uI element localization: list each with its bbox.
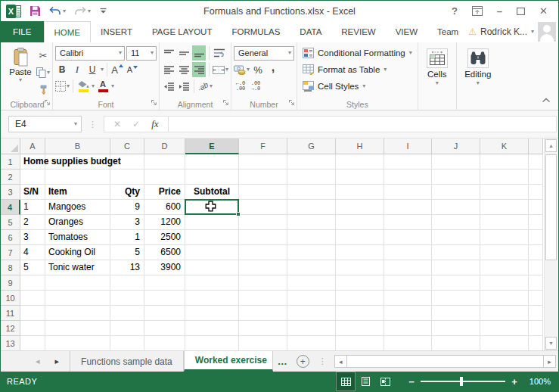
cell-D6[interactable]: 2500 — [144, 230, 185, 245]
cell-E6[interactable] — [185, 230, 239, 245]
tab-formulas[interactable]: FORMULAS — [222, 21, 290, 42]
font-size-caret[interactable]: ▾ — [151, 50, 154, 56]
format-as-table-caret[interactable]: ▾ — [384, 67, 387, 73]
cell-H6[interactable] — [336, 230, 384, 245]
font-color-button[interactable]: A — [96, 79, 110, 94]
cell-J5[interactable] — [432, 215, 480, 230]
cell-partial-10[interactable] — [529, 291, 543, 306]
row-header-2[interactable]: 2 — [1, 170, 20, 185]
merge-center-caret[interactable]: ▾ — [225, 67, 228, 73]
cell-G6[interactable] — [287, 230, 336, 245]
user-name[interactable]: Rodrick K... — [480, 26, 527, 37]
fill-color-caret[interactable]: ▾ — [92, 83, 95, 89]
maximize-button[interactable] — [517, 8, 525, 15]
fill-color-button[interactable] — [76, 79, 90, 94]
cell-D12[interactable] — [144, 321, 185, 336]
undo-button[interactable]: ▾ — [49, 6, 66, 16]
cell-partial-2[interactable] — [529, 170, 543, 185]
cell-F1[interactable] — [239, 154, 287, 170]
tab-data[interactable]: DATA — [290, 21, 331, 42]
cell-J7[interactable] — [432, 245, 480, 260]
align-right-button[interactable] — [192, 62, 206, 77]
ribbon-display-options-button[interactable] — [472, 6, 483, 16]
undo-caret[interactable]: ▾ — [63, 8, 66, 14]
cell-J12[interactable] — [432, 321, 480, 336]
account-area[interactable]: ⚠ Rodrick K... ▾ — [468, 21, 558, 42]
row-header-7[interactable]: 7 — [1, 245, 20, 260]
cell-styles-caret[interactable]: ▾ — [362, 83, 365, 89]
vertical-scroll-thumb[interactable] — [545, 154, 557, 260]
cell-K4[interactable] — [480, 200, 529, 215]
cell-G4[interactable] — [287, 200, 336, 215]
cell-K9[interactable] — [480, 275, 529, 291]
column-header-partial[interactable] — [529, 138, 543, 154]
cell-H4[interactable] — [336, 200, 384, 215]
cell-I9[interactable] — [384, 275, 432, 291]
cell-B5[interactable]: Oranges — [45, 215, 110, 230]
cell-F12[interactable] — [239, 321, 287, 336]
cell-E11[interactable] — [185, 306, 239, 321]
cell-C10[interactable] — [110, 291, 144, 306]
cell-A6[interactable]: 3 — [20, 230, 45, 245]
tab-home[interactable]: HOME — [44, 21, 92, 42]
paste-button[interactable]: Paste ▾ — [5, 45, 36, 95]
zoom-slider-thumb[interactable] — [460, 377, 463, 386]
cell-I11[interactable] — [384, 306, 432, 321]
font-name-caret[interactable]: ▾ — [119, 50, 122, 56]
font-color-caret[interactable]: ▾ — [111, 83, 114, 89]
enter-button[interactable]: ✓ — [132, 119, 140, 129]
cell-C7[interactable]: 5 — [110, 245, 144, 260]
redo-button[interactable]: ▾ — [74, 6, 91, 16]
merge-center-button[interactable]: ▾ — [213, 62, 228, 77]
cell-A13[interactable] — [20, 336, 45, 350]
increase-decimal-button[interactable]: ←.0.00 — [234, 79, 247, 94]
cell-C12[interactable] — [110, 321, 144, 336]
cell-E9[interactable] — [185, 275, 239, 291]
cell-F10[interactable] — [239, 291, 287, 306]
conditional-formatting-button[interactable]: Conditional Formatting ▾ — [300, 45, 415, 61]
cell-G1[interactable] — [287, 154, 336, 170]
accounting-caret[interactable]: ▾ — [247, 67, 250, 73]
cell-H12[interactable] — [336, 321, 384, 336]
align-top-button[interactable] — [162, 45, 175, 61]
cell-E5[interactable] — [185, 215, 239, 230]
cell-J6[interactable] — [432, 230, 480, 245]
page-break-preview-button[interactable] — [375, 372, 395, 391]
column-header-D[interactable]: D — [144, 138, 185, 154]
formula-input[interactable] — [169, 116, 557, 132]
tab-insert[interactable]: INSERT — [91, 21, 142, 42]
cell-B11[interactable] — [45, 306, 110, 321]
insert-function-button[interactable]: fx — [151, 118, 158, 130]
cell-A2[interactable] — [20, 170, 45, 185]
redo-caret[interactable]: ▾ — [88, 8, 91, 14]
cell-H8[interactable] — [336, 260, 384, 275]
cell-C13[interactable] — [110, 336, 144, 350]
cell-J2[interactable] — [432, 170, 480, 185]
cell-E4[interactable] — [185, 200, 239, 215]
cell-G12[interactable] — [287, 321, 336, 336]
row-header-1[interactable]: 1 — [1, 154, 20, 170]
cell-F4[interactable] — [239, 200, 287, 215]
align-center-button[interactable] — [177, 62, 191, 77]
cell-I12[interactable] — [384, 321, 432, 336]
cell-partial-4[interactable] — [529, 200, 543, 215]
font-dialog-launcher[interactable] — [151, 98, 157, 108]
conditional-formatting-caret[interactable]: ▾ — [409, 50, 412, 56]
avatar[interactable] — [538, 22, 556, 42]
tab-review[interactable]: REVIEW — [331, 21, 385, 42]
cell-K6[interactable] — [480, 230, 529, 245]
cell-C4[interactable]: 9 — [110, 200, 144, 215]
cell-K10[interactable] — [480, 291, 529, 306]
cell-K7[interactable] — [480, 245, 529, 260]
format-painter-button[interactable] — [36, 82, 50, 98]
cell-partial-1[interactable] — [529, 154, 543, 170]
cell-K13[interactable] — [480, 336, 529, 350]
cell-D5[interactable]: 1200 — [144, 215, 185, 230]
font-size-combo[interactable]: 11 ▾ — [126, 46, 157, 61]
cell-C11[interactable] — [110, 306, 144, 321]
scroll-up-button[interactable]: ▴ — [545, 139, 557, 152]
number-dialog-launcher[interactable] — [288, 98, 295, 108]
zoom-slider[interactable] — [421, 381, 505, 382]
cell-F13[interactable] — [239, 336, 287, 350]
align-middle-button[interactable] — [177, 45, 191, 61]
